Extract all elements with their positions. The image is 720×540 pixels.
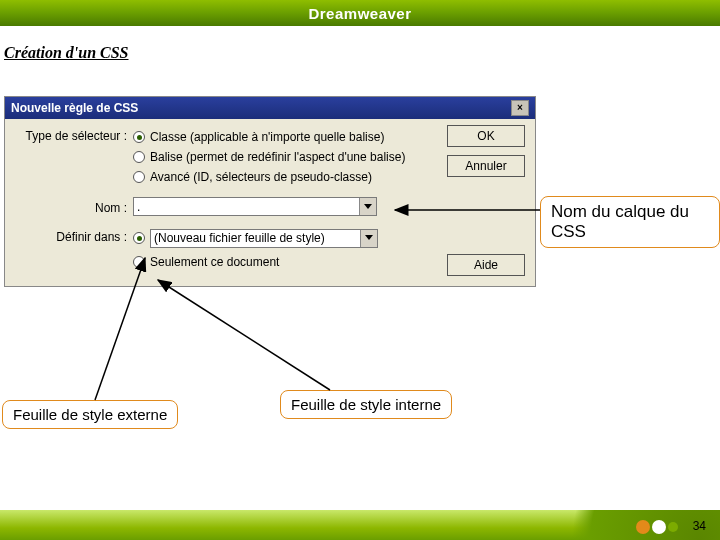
dialog-titlebar: Nouvelle règle de CSS × <box>5 97 535 119</box>
callout-external: Feuille de style externe <box>2 400 178 429</box>
radio-label: Seulement ce document <box>150 255 279 269</box>
radio-label: Balise (permet de redéfinir l'aspect d'u… <box>150 150 405 164</box>
help-button[interactable]: Aide <box>447 254 525 276</box>
close-icon[interactable]: × <box>511 100 529 116</box>
radio-icon <box>133 131 145 143</box>
define-in-label: Définir dans : <box>13 228 133 244</box>
define-file-value: (Nouveau fichier feuille de style) <box>154 231 325 245</box>
dot-icon <box>652 520 666 534</box>
name-label: Nom : <box>13 199 133 215</box>
selector-type-label: Type de sélecteur : <box>13 127 133 143</box>
svg-marker-1 <box>365 235 373 240</box>
footer-decoration <box>520 510 720 540</box>
radio-icon <box>133 256 145 268</box>
callout-internal: Feuille de style interne <box>280 390 452 419</box>
dialog-body: OK Annuler Type de sélecteur : Classe (a… <box>5 119 535 286</box>
radio-label: Classe (applicable à n'importe quelle ba… <box>150 130 384 144</box>
define-file-select[interactable]: (Nouveau fichier feuille de style) <box>150 229 378 248</box>
section-heading: Création d'un CSS <box>4 44 720 62</box>
radio-label: Avancé (ID, sélecteurs de pseudo-classe) <box>150 170 372 184</box>
radio-option-new-file[interactable]: (Nouveau fichier feuille de style) <box>133 228 527 248</box>
css-rule-dialog: Nouvelle règle de CSS × OK Annuler Type … <box>4 96 536 287</box>
ok-button[interactable]: OK <box>447 125 525 147</box>
chevron-down-icon[interactable] <box>359 198 376 215</box>
name-row: Nom : . <box>13 197 527 216</box>
radio-icon <box>133 232 145 244</box>
dialog-title-text: Nouvelle règle de CSS <box>11 101 138 115</box>
banner: Dreamweaver <box>0 0 720 26</box>
dot-icon <box>636 520 650 534</box>
chevron-down-icon[interactable] <box>360 230 377 247</box>
svg-line-5 <box>158 280 330 390</box>
radio-icon <box>133 171 145 183</box>
dot-icon <box>668 522 678 532</box>
name-value: . <box>137 200 140 214</box>
cancel-button[interactable]: Annuler <box>447 155 525 177</box>
callout-name: Nom du calque du CSS <box>540 196 720 248</box>
page-number: 34 <box>693 519 706 533</box>
svg-marker-0 <box>364 204 372 209</box>
radio-icon <box>133 151 145 163</box>
name-field-wrap: . <box>133 197 527 216</box>
footer-bar <box>0 510 720 540</box>
banner-title: Dreamweaver <box>308 5 411 22</box>
name-field[interactable]: . <box>133 197 377 216</box>
dialog-button-column: OK Annuler <box>447 125 525 177</box>
page-dots <box>636 520 678 534</box>
